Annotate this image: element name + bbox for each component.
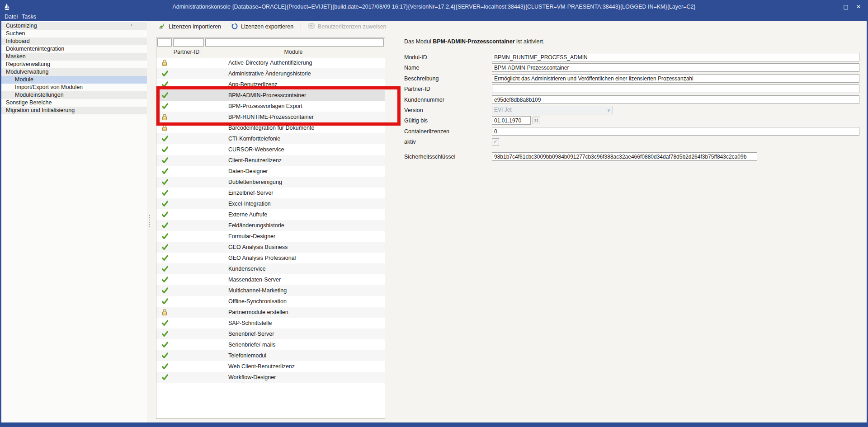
maximize-button[interactable]: □ [843,4,849,10]
table-row-multichannel-marketing[interactable]: Multichannel-Marketing [156,285,385,296]
field-partner-id-input[interactable] [492,84,859,93]
module-name-cell: Multichannel-Marketing [228,285,287,296]
table-row-active-directory-authentifizierung[interactable]: Active-Directory-Authentifizierung [156,57,385,68]
check-icon [161,319,169,327]
table-row-bpm-prozessvorlagen-export[interactable]: BPM-Prozessvorlagen Export [156,101,385,112]
module-name-cell: Einzelbrief-Server [228,188,273,198]
sidebar-splitter[interactable] [147,21,156,422]
module-name-cell: Workflow-Designer [228,372,276,383]
table-row-feld-nderungshistorie[interactable]: Feldänderungshistorie [156,220,385,231]
table-row-barcodeintegration-f-r-dokumente[interactable]: Barcodeintegration für Dokumente [156,122,385,133]
field-g-ltig-bis-input[interactable] [492,116,531,125]
sidebar-item-masken[interactable]: Masken [1,53,147,61]
close-button[interactable]: ✕ [855,4,862,10]
table-row-bpm-admin-prozesscontainer[interactable]: BPM-ADMIN-Prozesscontainer [156,90,385,101]
check-icon [161,103,169,110]
assign-user-licenses-label: Benutzerlizenzen zuweisen [318,23,386,30]
table-row-daten-designer[interactable]: Daten-Designer [156,166,385,177]
table-row-geo-analysis-professional[interactable]: GEO Analysis Professional [156,253,385,263]
sidebar-item-module[interactable]: Module [1,76,147,84]
minimize-button[interactable]: – [830,4,836,10]
module-name-cell: Excel-Integration [228,198,271,209]
check-icon [161,189,169,197]
sidebar-item-customizing[interactable]: Customizing [1,22,147,30]
export-icon [231,23,238,31]
module-name-cell: Serienbrief-Server [228,328,274,339]
sidebar-item-sonstige-bereiche[interactable]: Sonstige Bereiche [1,99,147,107]
table-row-geo-analysis-business[interactable]: GEO Analysis Business [156,242,385,253]
table-row-serienbriefe-mails[interactable]: Serienbriefe/-mails [156,339,385,350]
sidebar-item-dokumentenintegration[interactable]: Dokumentenintegration [1,45,147,53]
table-filter-row [156,38,385,47]
check-icon [161,178,169,186]
export-licenses-button[interactable]: Lizenzen exportieren [228,22,296,32]
field-label-g-ltig-bis: Gültig bis [404,116,428,125]
check-icon [161,135,169,142]
table-row-excel-integration[interactable]: Excel-Integration [156,198,385,209]
sidebar-item-suchen[interactable]: Suchen [1,30,147,38]
field-kundennummer-input[interactable] [492,95,859,104]
import-licenses-button[interactable]: Lizenzen importieren [156,22,224,32]
field-label-containerlizenzen: Containerlizenzen [404,127,449,136]
table-row-client-benutzerlizenz[interactable]: Client-Benutzerlizenz [156,155,385,166]
module-name-cell: BPM-RUNTIME-Prozesscontainer [228,112,314,122]
table-row-kundenservice[interactable]: Kundenservice [156,263,385,274]
table-row-dublettenbereinigung[interactable]: Dublettenbereinigung [156,177,385,188]
table-row-web-client-benutzerlizenz[interactable]: Web Client-Benutzerlizenz [156,361,385,372]
sidebar-collapse-icon[interactable]: ‹ [131,22,132,28]
table-row-sap-schnittstelle[interactable]: SAP-Schnittstelle [156,318,385,328]
table-row-partnermodule-erstellen[interactable]: Partnermodule erstellen [156,307,385,318]
field-label-beschreibung: Beschreibung [404,74,439,83]
check-icon [161,374,169,381]
check-icon [161,352,169,359]
field-version-dropdown[interactable]: EVI Jet∨ [492,106,613,114]
check-icon [161,146,169,153]
table-row-serienbrief-server[interactable]: Serienbrief-Server [156,328,385,339]
module-name-cell: Externe Aufrufe [228,209,267,220]
table-row-workflow-designer[interactable]: Workflow-Designer [156,372,385,383]
sidebar-item-import-export-von-modulen[interactable]: Import/Export von Modulen [1,84,147,91]
field-name-input[interactable] [492,63,859,72]
filter-partner-id-input[interactable] [173,38,204,47]
module-name-cell: SAP-Schnittstelle [228,318,272,328]
table-row-telefoniemodul[interactable]: Telefoniemodul [156,350,385,361]
table-row-externe-aufrufe[interactable]: Externe Aufrufe [156,209,385,220]
table-row-cursor-webservice[interactable]: CURSOR-Webservice [156,144,385,155]
check-icon [161,363,169,370]
dropdown-value: EVI Jet [494,107,512,113]
column-header-status[interactable] [156,47,171,57]
sidebar-item-moduleinstellungen[interactable]: Moduleinstellungen [1,91,147,99]
column-header-module[interactable]: Module [202,47,385,57]
module-name-cell: Web Client-Benutzerlizenz [228,361,295,372]
filter-module-input[interactable] [205,38,384,47]
sidebar-item-infoboard[interactable]: Infoboard [1,38,147,45]
calendar-icon[interactable]: 31 [533,117,540,124]
table-row-einzelbrief-server[interactable]: Einzelbrief-Server [156,188,385,198]
table-row-offline-synchronisation[interactable]: Offline-Synchronisation [156,296,385,307]
table-row-cti-komforttelefonie[interactable]: CTI-Komforttelefonie [156,133,385,144]
table-row-administrative-nderungshistorie[interactable]: Administrative Änderungshistorie [156,68,385,79]
field-sicherheitsschl-ssel-input[interactable] [492,152,757,161]
module-name-cell: Massendaten-Server [228,274,281,285]
module-name-cell: Barcodeintegration für Dokumente [228,122,314,133]
module-name-cell: GEO Analysis Business [228,242,288,253]
field-beschreibung-input[interactable] [492,74,859,83]
menu-tasks[interactable]: Tasks [20,14,38,21]
sidebar-item-migration-und-initialisierung[interactable]: Migration und Initialisierung [1,107,147,114]
module-name-cell: BPM-ADMIN-Prozesscontainer [228,90,306,101]
column-header-partner-id[interactable]: Partner-ID [171,47,202,57]
sidebar-item-modulverwaltung[interactable]: Modulverwaltung [1,68,147,76]
table-row-app-benutzerlizenz[interactable]: App-Benutzerlizenz [156,79,385,90]
sidebar-item-reportverwaltung[interactable]: Reportverwaltung [1,61,147,68]
table-row-bpm-runtime-prozesscontainer[interactable]: BPM-RUNTIME-Prozesscontainer [156,112,385,122]
field-containerlizenzen-input[interactable] [492,127,859,136]
field-aktiv-checkbox[interactable]: ✓ [492,138,499,145]
table-row-formular-designer[interactable]: Formular-Designer [156,231,385,242]
filter-status-input[interactable] [157,38,172,47]
module-name-cell: Dublettenbereinigung [228,177,282,188]
field-modul-id-input[interactable] [492,53,859,61]
assign-user-licenses-button[interactable]: Benutzerlizenzen zuweisen [306,22,389,31]
table-row-massendaten-server[interactable]: Massendaten-Server [156,274,385,285]
menu-datei[interactable]: Datei [3,14,19,21]
module-name-cell: BPM-Prozessvorlagen Export [228,101,302,112]
